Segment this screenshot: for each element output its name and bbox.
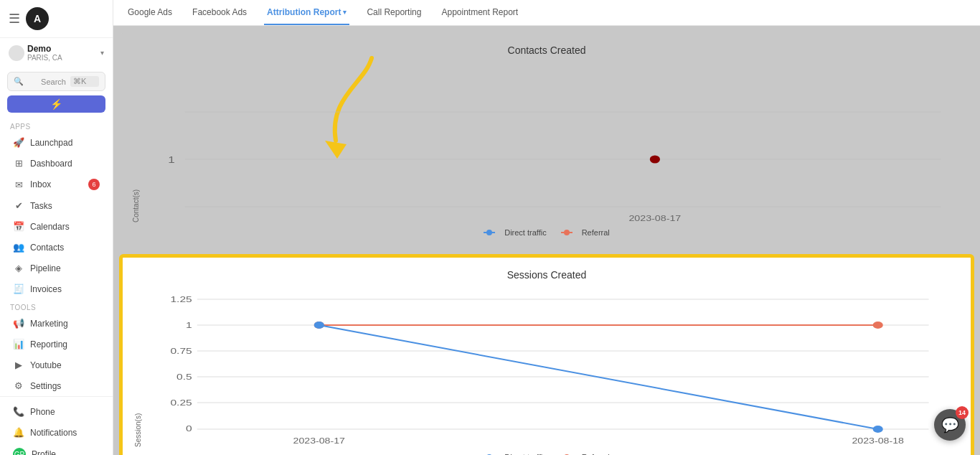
svg-text:1.25: 1.25 bbox=[170, 295, 192, 304]
sidebar-item-marketing[interactable]: 📢 Marketing bbox=[3, 313, 110, 334]
inbox-badge: 6 bbox=[88, 179, 100, 190]
top-nav: Google Ads Facebook Ads Attribution Repo… bbox=[113, 0, 980, 26]
tools-section-label: Tools bbox=[0, 299, 113, 313]
launchpad-icon: 🚀 bbox=[13, 137, 24, 148]
svg-point-25 bbox=[873, 322, 883, 329]
sessions-created-chart: Sessions Created Session(s) 0 0.25 0.5 0… bbox=[121, 255, 973, 455]
nav-attribution-report[interactable]: Attribution Report ▾ bbox=[264, 0, 349, 25]
svg-point-6 bbox=[650, 156, 660, 164]
search-label: Search bbox=[41, 78, 66, 86]
svg-point-28 bbox=[873, 426, 883, 433]
sidebar-item-label: Pipeline bbox=[30, 263, 61, 273]
account-selector[interactable]: Demo PARIS, CA ▾ bbox=[0, 38, 113, 67]
nav-facebook-ads[interactable]: Facebook Ads bbox=[189, 0, 250, 25]
invoices-icon: 🧾 bbox=[13, 283, 24, 294]
sidebar-item-calendars[interactable]: 📅 Calendars bbox=[3, 216, 110, 237]
svg-text:0.25: 0.25 bbox=[170, 398, 192, 407]
svg-text:0.75: 0.75 bbox=[170, 347, 192, 355]
account-name: Demo bbox=[27, 44, 98, 54]
svg-text:1: 1 bbox=[168, 154, 174, 165]
chat-badge: 14 bbox=[956, 406, 969, 419]
nav-call-reporting[interactable]: Call Reporting bbox=[364, 0, 424, 25]
sidebar-item-label: Marketing bbox=[30, 319, 68, 329]
sidebar-item-phone[interactable]: 📞 Phone bbox=[3, 401, 110, 422]
pipeline-icon: ◈ bbox=[13, 263, 24, 273]
sidebar-item-launchpad[interactable]: 🚀 Launchpad bbox=[3, 132, 110, 153]
svg-text:0: 0 bbox=[186, 424, 192, 433]
sidebar-item-youtube[interactable]: ▶ Youtube bbox=[3, 355, 110, 375]
sidebar-item-label: Phone bbox=[30, 407, 55, 417]
nav-google-ads[interactable]: Google Ads bbox=[125, 0, 175, 25]
lightning-button[interactable]: ⚡ bbox=[7, 95, 105, 113]
sidebar: ☰ A Demo PARIS, CA ▾ 🔍 Search ⌘K ⚡ Apps … bbox=[0, 0, 113, 455]
account-dot bbox=[9, 45, 24, 61]
account-info: Demo PARIS, CA bbox=[27, 44, 98, 62]
notifications-icon: 🔔 bbox=[13, 427, 24, 438]
contacts-icon: 👥 bbox=[13, 242, 24, 253]
hamburger-icon[interactable]: ☰ bbox=[9, 11, 20, 27]
calendars-icon: 📅 bbox=[13, 221, 24, 232]
sidebar-item-invoices[interactable]: 🧾 Invoices bbox=[3, 278, 110, 299]
sidebar-item-label: Settings bbox=[30, 381, 61, 391]
svg-text:1: 1 bbox=[186, 321, 192, 329]
sessions-chart-svg: 0 0.25 0.5 0.75 1 1.25 2023-08-17 bbox=[146, 289, 959, 447]
sidebar-item-tasks[interactable]: ✔ Tasks bbox=[3, 195, 110, 216]
sidebar-item-label: Launchpad bbox=[30, 138, 72, 148]
svg-line-26 bbox=[319, 325, 878, 429]
inbox-icon: ✉ bbox=[13, 179, 24, 190]
search-bar[interactable]: 🔍 Search ⌘K bbox=[7, 72, 105, 91]
sidebar-item-notifications[interactable]: 🔔 Notifications bbox=[3, 422, 110, 443]
apps-section-label: Apps bbox=[0, 118, 113, 132]
marketing-icon: 📢 bbox=[13, 318, 24, 329]
account-sub: PARIS, CA bbox=[27, 54, 98, 62]
sidebar-item-reporting[interactable]: 📊 Reporting bbox=[3, 334, 110, 355]
settings-icon: ⚙ bbox=[13, 380, 24, 391]
sidebar-item-label: Contacts bbox=[30, 243, 64, 253]
sidebar-header: ☰ A bbox=[0, 0, 113, 38]
contacts-created-title: Contacts Created bbox=[132, 44, 961, 56]
sidebar-item-label: Notifications bbox=[30, 428, 77, 438]
contacts-chart-wrapper: Contact(s) 1 2023-08-17 bbox=[132, 65, 961, 222]
reporting-icon: 📊 bbox=[13, 339, 24, 350]
svg-text:0.5: 0.5 bbox=[176, 372, 192, 381]
chevron-down-icon: ▾ bbox=[100, 49, 104, 57]
sidebar-item-label: Dashboard bbox=[30, 159, 72, 169]
sidebar-item-profile[interactable]: GP Profile bbox=[3, 443, 110, 455]
sidebar-item-label: Calendars bbox=[30, 222, 70, 232]
chat-button[interactable]: 💬 14 bbox=[934, 409, 966, 441]
nav-appointment-report[interactable]: Appointment Report bbox=[438, 0, 521, 25]
dashboard-icon: ⊞ bbox=[13, 158, 24, 169]
svg-text:2023-08-18: 2023-08-18 bbox=[852, 437, 904, 445]
attribution-chevron-icon: ▾ bbox=[343, 9, 347, 16]
sidebar-item-label: Invoices bbox=[30, 284, 62, 294]
avatar: A bbox=[26, 7, 49, 30]
sidebar-item-label: Inbox bbox=[30, 179, 51, 189]
svg-point-8 bbox=[486, 230, 492, 235]
sidebar-item-label: Tasks bbox=[30, 201, 52, 211]
sidebar-item-inbox[interactable]: ✉ Inbox 6 bbox=[3, 174, 110, 195]
chat-icon: 💬 bbox=[941, 416, 959, 433]
sidebar-item-dashboard[interactable]: ⊞ Dashboard bbox=[3, 153, 110, 174]
sidebar-item-label: Youtube bbox=[30, 360, 62, 370]
profile-icon: GP bbox=[13, 448, 26, 455]
sidebar-item-label: Profile bbox=[32, 449, 56, 455]
sidebar-item-contacts[interactable]: 👥 Contacts bbox=[3, 237, 110, 258]
phone-icon: 📞 bbox=[13, 406, 24, 417]
contacts-created-chart: Contacts Created Contact(s) 1 bbox=[121, 33, 973, 248]
youtube-icon: ▶ bbox=[13, 360, 24, 370]
search-kbd: ⌘K bbox=[70, 76, 99, 87]
chart-area: Contacts Created Contact(s) 1 bbox=[113, 26, 980, 455]
main-content: Google Ads Facebook Ads Attribution Repo… bbox=[113, 0, 980, 455]
svg-text:2023-08-17: 2023-08-17 bbox=[293, 437, 346, 445]
sessions-y-axis-label: Session(s) bbox=[134, 289, 142, 447]
svg-point-27 bbox=[314, 322, 324, 329]
sidebar-item-pipeline[interactable]: ◈ Pipeline bbox=[3, 258, 110, 278]
tasks-icon: ✔ bbox=[13, 200, 24, 211]
sidebar-item-label: Reporting bbox=[30, 339, 67, 350]
contacts-chart-legend: Direct traffic Referral bbox=[132, 228, 961, 237]
sidebar-bottom: 📞 Phone 🔔 Notifications GP Profile bbox=[0, 396, 113, 455]
sidebar-item-settings[interactable]: ⚙ Settings bbox=[3, 375, 110, 396]
sessions-created-title: Sessions Created bbox=[134, 269, 959, 281]
svg-point-10 bbox=[564, 230, 570, 235]
search-icon: 🔍 bbox=[14, 77, 37, 86]
